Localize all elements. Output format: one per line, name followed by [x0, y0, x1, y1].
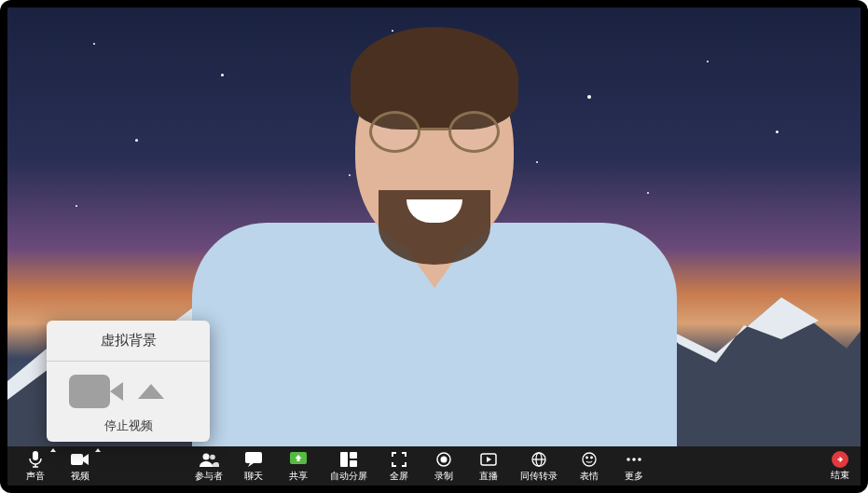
svg-point-5 [210, 454, 215, 459]
share-screen-icon [290, 450, 307, 469]
live-button[interactable]: 直播 [466, 448, 511, 485]
chat-button[interactable]: 聊天 [231, 448, 276, 485]
video-button[interactable]: 视频 [58, 448, 103, 485]
video-options-popup: 虚拟背景 停止视频 [47, 321, 210, 442]
end-icon [832, 451, 848, 468]
svg-point-17 [583, 453, 596, 466]
svg-point-22 [638, 458, 641, 461]
interpretation-button[interactable]: 同传转录 [511, 448, 567, 485]
live-icon [480, 450, 497, 469]
record-label: 录制 [434, 470, 453, 483]
emoji-button[interactable]: 表情 [567, 448, 612, 485]
participants-label: 参与者 [195, 470, 223, 483]
end-label: 结束 [831, 469, 849, 482]
more-icon [626, 450, 642, 469]
virtual-background-option[interactable]: 虚拟背景 [47, 321, 210, 362]
video-conference-window: 虚拟背景 停止视频 声音 视频 [0, 0, 868, 493]
record-button[interactable]: 录制 [421, 448, 466, 485]
svg-point-18 [586, 457, 588, 459]
svg-rect-8 [340, 452, 348, 467]
audio-button[interactable]: 声音 [13, 448, 58, 485]
emoji-icon [582, 450, 597, 469]
participants-icon [199, 450, 219, 469]
video-label: 视频 [71, 470, 90, 483]
chevron-up-icon[interactable] [50, 448, 56, 452]
svg-rect-0 [33, 451, 38, 460]
svg-rect-9 [350, 452, 357, 459]
more-label: 更多 [625, 470, 643, 483]
participants-button[interactable]: 参与者 [186, 448, 231, 485]
chevron-up-icon[interactable] [95, 448, 101, 452]
end-meeting-button[interactable]: 结束 [825, 449, 855, 484]
auto-split-button[interactable]: 自动分屏 [321, 448, 377, 485]
fullscreen-label: 全屏 [390, 470, 408, 483]
stop-video-label: 停止视频 [62, 418, 195, 434]
grid-icon [340, 450, 357, 469]
chevron-up-icon[interactable] [138, 384, 164, 399]
camera-icon[interactable] [69, 375, 121, 408]
microphone-icon [29, 450, 42, 469]
emoji-label: 表情 [580, 470, 599, 483]
more-button[interactable]: 更多 [612, 448, 656, 485]
svg-rect-6 [245, 452, 262, 463]
interpretation-label: 同传转录 [520, 470, 558, 483]
globe-icon [531, 450, 546, 469]
svg-rect-10 [350, 460, 357, 467]
chat-label: 聊天 [244, 470, 263, 483]
share-label: 共享 [289, 470, 308, 483]
control-toolbar: 声音 视频 参与者 聊天 共享 [7, 446, 861, 486]
svg-point-21 [632, 458, 636, 461]
record-icon [436, 450, 451, 469]
svg-point-4 [203, 453, 210, 459]
fullscreen-icon [392, 450, 406, 469]
camera-icon [71, 450, 90, 469]
svg-point-12 [441, 456, 448, 462]
live-label: 直播 [479, 470, 498, 483]
auto-split-label: 自动分屏 [330, 470, 367, 483]
svg-point-20 [627, 458, 630, 461]
fullscreen-button[interactable]: 全屏 [377, 448, 421, 485]
audio-label: 声音 [26, 470, 45, 483]
participant-avatar [192, 18, 677, 446]
chat-icon [245, 450, 262, 469]
svg-point-19 [591, 457, 593, 459]
share-button[interactable]: 共享 [276, 448, 321, 485]
svg-rect-3 [71, 454, 83, 465]
